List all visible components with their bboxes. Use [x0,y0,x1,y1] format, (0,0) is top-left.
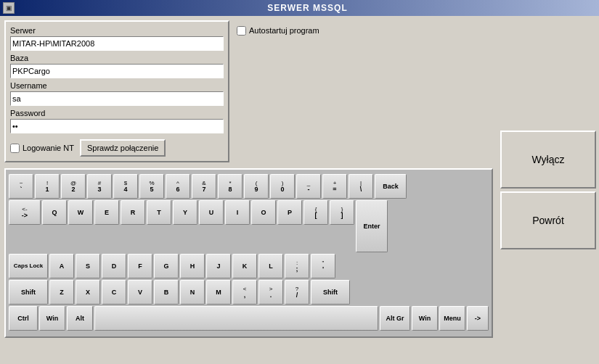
key-slash[interactable]: ?/ [285,280,309,305]
password-label: Password [10,109,224,117]
key-semicolon[interactable]: :; [285,254,309,278]
key-menu[interactable]: Menu [439,306,465,331]
sprawdz-button[interactable]: Sprawdz połączenie [80,139,166,157]
autostart-label: Autostartuj program [249,26,319,35]
key-6[interactable]: ^6 [166,174,190,199]
key-b[interactable]: B [154,280,179,305]
key-q[interactable]: Q [42,200,67,225]
baza-label: Baza [10,54,224,62]
key-a[interactable]: A [49,254,74,278]
title-bar: ▣ SERWER MSSQL [0,0,599,16]
key-t[interactable]: T [147,200,171,225]
key-w[interactable]: W [68,200,93,225]
serwer-input[interactable] [10,36,224,51]
key-1[interactable]: !1 [35,174,60,199]
key-comma[interactable]: <, [232,280,257,305]
key-minus[interactable]: _- [296,174,321,199]
key-n[interactable]: N [180,280,205,305]
key-alt[interactable]: Alt [67,306,93,331]
key-u[interactable]: U [199,200,224,225]
baza-row: Baza [10,54,224,78]
key-shift-right[interactable]: Shift [311,280,350,305]
key-shift-left[interactable]: Shift [9,280,48,305]
key-tab[interactable]: <--> [9,200,41,225]
password-row: Password [10,109,224,133]
key-o[interactable]: O [251,200,276,225]
keyboard-row-3: Caps Lock A S D F G H J K L :; "' [9,254,489,278]
key-x[interactable]: X [76,280,100,305]
key-m[interactable]: M [206,280,231,305]
window-title: SERWER MSSQL [19,3,596,13]
logowanie-checkbox-label[interactable]: Logowanie NT [10,144,74,153]
key-y[interactable]: Y [173,200,197,225]
key-altgr[interactable]: Alt Gr [380,306,410,331]
form-section: Serwer Baza Username Password [4,20,229,162]
key-tilde[interactable]: ~` [9,174,33,199]
key-quote[interactable]: "' [311,254,335,278]
key-c[interactable]: C [102,280,126,305]
key-k[interactable]: K [232,254,257,278]
main-container: Serwer Baza Username Password [0,16,599,364]
key-g[interactable]: G [154,254,179,278]
key-i[interactable]: I [225,200,250,225]
key-z[interactable]: Z [49,280,74,305]
keyboard-row-1: ~` !1 @2 #3 $4 %5 ^6 &7 *8 (9 )0 _- += |… [9,174,489,199]
autostart-section: Autostartuj program [237,20,319,162]
right-panel: Wyłącz Powrót [497,16,599,364]
key-7[interactable]: &7 [192,174,216,199]
serwer-label: Serwer [10,26,224,35]
key-0[interactable]: )0 [270,174,295,199]
key-win-left[interactable]: Win [39,306,65,331]
key-win-right[interactable]: Win [412,306,438,331]
keyboard-row-2: <--> Q W E R T Y U I O P {[ }] Enter [9,200,489,252]
key-s[interactable]: S [76,254,100,278]
key-backslash[interactable]: |\ [349,174,373,199]
key-enter[interactable]: Enter [356,200,388,252]
key-backspace[interactable]: Back [375,174,407,199]
key-l[interactable]: L [258,254,283,278]
baza-input[interactable] [10,64,224,78]
key-j[interactable]: J [206,254,231,278]
key-p[interactable]: P [277,200,302,225]
left-panel: Serwer Baza Username Password [0,16,497,364]
key-rbracket[interactable]: }] [330,200,354,225]
key-9[interactable]: (9 [244,174,269,199]
keyboard-row-5: Ctrl Win Alt Alt Gr Win Menu -> [9,306,489,331]
key-period[interactable]: >. [258,280,283,305]
key-caps-lock[interactable]: Caps Lock [9,254,48,278]
key-r[interactable]: R [121,200,145,225]
key-space[interactable] [94,306,378,331]
key-5[interactable]: %5 [139,174,164,199]
key-v[interactable]: V [128,280,152,305]
logowanie-label: Logowanie NT [23,144,74,152]
key-e[interactable]: E [94,200,119,225]
bottom-form-row: Logowanie NT Sprawdz połączenie [10,139,224,157]
logowanie-checkbox[interactable] [10,144,20,153]
top-section: Serwer Baza Username Password [4,20,493,162]
username-input[interactable] [10,91,224,106]
key-f[interactable]: F [128,254,152,278]
key-4[interactable]: $4 [113,174,138,199]
app-icon: ▣ [3,2,15,14]
key-arrow-right[interactable]: -> [467,306,489,331]
key-h[interactable]: H [180,254,205,278]
wylacz-button[interactable]: Wyłącz [500,131,596,189]
username-row: Username [10,81,224,106]
key-3[interactable]: #3 [87,174,112,199]
key-2[interactable]: @2 [61,174,86,199]
key-d[interactable]: D [102,254,126,278]
keyboard-section: ~` !1 @2 #3 $4 %5 ^6 &7 *8 (9 )0 _- += |… [4,168,493,338]
powrot-button[interactable]: Powrót [500,191,596,249]
serwer-row: Serwer [10,26,224,51]
username-label: Username [10,81,224,90]
autostart-checkbox[interactable] [237,26,246,36]
key-equals[interactable]: += [322,174,347,199]
key-ctrl[interactable]: Ctrl [9,306,38,331]
key-lbracket[interactable]: {[ [303,200,328,225]
keyboard-row-4: Shift Z X C V B N M <, >. ?/ Shift [9,280,489,305]
password-input[interactable] [10,119,224,133]
key-8[interactable]: *8 [218,174,243,199]
